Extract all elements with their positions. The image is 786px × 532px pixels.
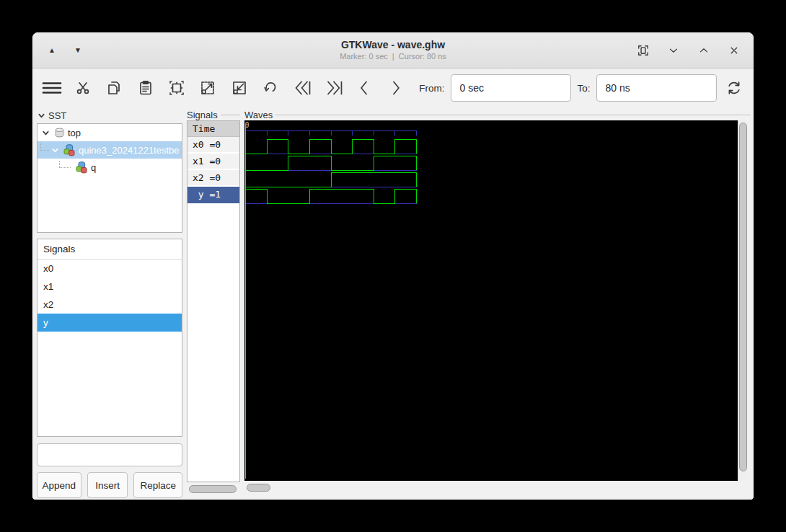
sst-panel: SST top	[37, 107, 182, 498]
signals-list: Signals x0 x1 x2 y	[37, 239, 182, 437]
chevron-left-icon	[356, 79, 373, 97]
waves-frame-label: Waves	[244, 109, 751, 120]
desktop-background: ▲ ▼ GTKWave - wave.ghw Marker: 0 sec | C…	[0, 0, 786, 532]
go-to-start-button[interactable]	[290, 76, 314, 100]
scrollbar-thumb[interactable]	[739, 123, 747, 471]
value-row-x0[interactable]: x0 =0	[187, 137, 239, 154]
frame-line	[275, 115, 751, 115]
reload-icon	[725, 79, 743, 97]
waves-frame-label-text: Waves	[244, 110, 273, 120]
signal-item-x0[interactable]: x0	[37, 260, 182, 278]
tree-connector	[59, 161, 71, 168]
cut-icon	[74, 79, 92, 97]
zoom-out-button[interactable]	[227, 76, 251, 100]
sst-label: SST	[48, 110, 66, 121]
skip-to-start-icon	[292, 79, 312, 97]
signal-filter-input[interactable]	[48, 449, 177, 461]
time-column-header: Time	[187, 121, 239, 137]
go-to-end-button[interactable]	[321, 76, 345, 100]
zoom-fit-icon	[167, 79, 186, 97]
value-row-x1[interactable]: x1 =0	[187, 154, 239, 170]
sst-expander[interactable]: SST	[37, 107, 182, 123]
scrollbar-thumb[interactable]	[247, 484, 270, 492]
zoom-fit-button[interactable]	[164, 76, 188, 100]
zoom-out-icon	[230, 79, 249, 97]
from-label: From:	[419, 83, 444, 94]
titlebar: ▲ ▼ GTKWave - wave.ghw Marker: 0 sec | C…	[32, 32, 754, 68]
insert-button[interactable]: Insert	[87, 472, 128, 498]
toolbar: From: To:	[32, 68, 754, 107]
paste-button[interactable]	[133, 76, 157, 100]
signals-list-header: Signals	[37, 239, 182, 260]
module-cubes-icon	[76, 161, 88, 174]
from-input[interactable]	[451, 74, 571, 102]
triangle-up-icon: ▲	[48, 46, 56, 54]
close-button[interactable]	[725, 41, 743, 60]
titlebar-left-controls: ▲ ▼	[43, 41, 87, 60]
tree-item-q[interactable]: q	[37, 159, 182, 176]
minimize-button[interactable]	[664, 41, 683, 60]
gtkwave-window: ▲ ▼ GTKWave - wave.ghw Marker: 0 sec | C…	[32, 32, 754, 500]
signal-item-x2[interactable]: x2	[37, 296, 182, 314]
reload-button[interactable]	[723, 76, 746, 100]
values-frame-label: Signals	[187, 109, 240, 120]
copy-button[interactable]	[102, 76, 126, 100]
menu-button[interactable]	[40, 76, 63, 100]
chevron-down-icon	[667, 44, 680, 57]
waveform-plot: 0	[244, 120, 738, 481]
hamburger-menu-icon	[42, 79, 62, 97]
signal-item-y[interactable]: y	[37, 314, 182, 332]
to-input[interactable]	[596, 74, 717, 102]
values-list: Time x0 =0 x1 =0 x2 =0 y =1	[187, 120, 240, 482]
values-frame-label-text: Signals	[187, 110, 218, 120]
chevron-right-icon	[387, 79, 405, 97]
tree-item-testbench[interactable]: quine3_20241221testbe	[37, 141, 182, 159]
cut-button[interactable]	[71, 76, 94, 100]
waves-vertical-scrollbar	[738, 120, 748, 481]
triangle-down-icon: ▼	[74, 46, 81, 54]
expander-chevron-icon	[50, 146, 60, 155]
paste-icon	[137, 79, 154, 97]
tree-item-label: top	[68, 128, 81, 138]
tree-item-label: q	[91, 162, 96, 173]
fullscreen-icon	[636, 43, 650, 58]
fullscreen-button[interactable]	[634, 41, 653, 60]
maximize-button[interactable]	[694, 41, 713, 60]
step-forward-button[interactable]	[384, 76, 407, 100]
main-content: SST top	[32, 107, 754, 500]
waveform-canvas[interactable]: 0	[244, 120, 738, 481]
undo-button[interactable]	[259, 76, 283, 100]
zoom-in-icon	[198, 79, 217, 97]
module-cubes-icon	[63, 144, 76, 156]
append-button[interactable]: Append	[37, 472, 81, 498]
scrollbar-thumb[interactable]	[189, 485, 237, 493]
tree-connector	[40, 143, 49, 151]
values-horizontal-scrollbar	[187, 485, 240, 494]
value-row-y[interactable]: y =1	[187, 187, 239, 203]
expander-chevron-icon	[41, 128, 50, 138]
signal-values-panel: Signals Time x0 =0 x1 =0 x2 =0 y =1	[187, 109, 240, 494]
value-row-x2[interactable]: x2 =0	[187, 170, 239, 187]
undo-icon	[262, 79, 279, 97]
signal-filter-box	[37, 443, 182, 466]
frame-line	[221, 115, 240, 115]
signal-item-x1[interactable]: x1	[37, 278, 182, 296]
action-buttons: Append Insert Replace	[37, 472, 182, 498]
tree-item-top[interactable]: top	[37, 124, 182, 141]
step-back-button[interactable]	[353, 76, 376, 100]
tree-item-label: quine3_20241221testbe	[79, 145, 180, 156]
database-cylinder-icon	[54, 127, 65, 138]
replace-button[interactable]: Replace	[133, 472, 182, 498]
waves-horizontal-scrollbar	[244, 484, 738, 492]
to-label: To:	[578, 83, 591, 94]
window-controls	[634, 41, 743, 60]
waves-panel: Waves 0	[244, 109, 751, 492]
chevron-up-icon	[697, 44, 710, 57]
expander-chevron-icon	[37, 111, 46, 120]
zoom-in-button[interactable]	[196, 76, 220, 100]
hierarchy-tree: top quine3_20241221testbe	[37, 123, 182, 233]
close-icon	[728, 44, 741, 57]
shift-up-button[interactable]: ▲	[43, 41, 61, 60]
copy-icon	[105, 79, 123, 97]
shift-down-button[interactable]: ▼	[69, 41, 87, 60]
